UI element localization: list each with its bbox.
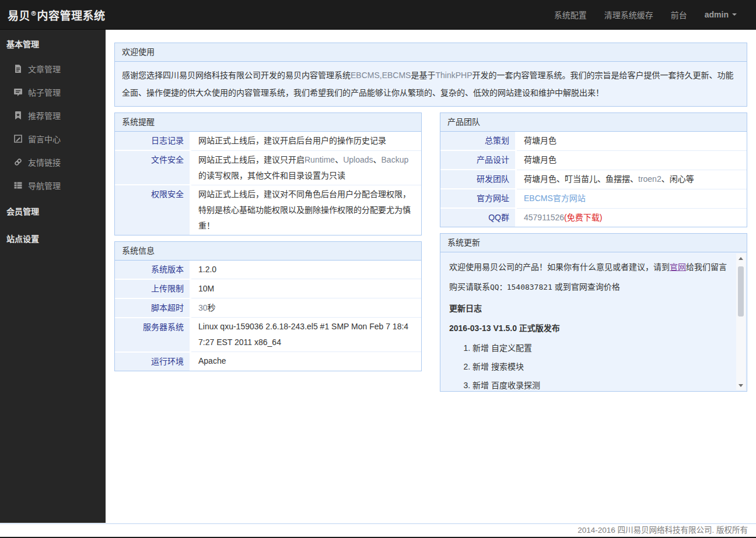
- row-text: 、: [373, 155, 382, 164]
- system-reminder-title: 系统提醒: [115, 113, 421, 132]
- arrow-up-icon: [738, 257, 743, 260]
- row-label: 运行环境: [115, 352, 191, 371]
- caret-down-icon: [732, 13, 737, 16]
- product-design-value: 荷塘月色: [516, 150, 747, 170]
- table-row: 产品设计 荷塘月色: [440, 150, 747, 170]
- table-row: 文件安全 网站正式上线后，建议只开启Runtime、Uploads、Backup…: [115, 150, 421, 185]
- server-os-value: Linux qxu-159036 2.6.18-243.el5 #1 SMP M…: [191, 318, 422, 352]
- sidebar-item-label: 帖子管理: [28, 86, 61, 98]
- free-download-text: (免费下载): [564, 213, 602, 222]
- scroll-up-button[interactable]: [736, 254, 746, 263]
- registered-mark: ®: [30, 9, 37, 17]
- sidebar-item-label: 留言中心: [28, 133, 61, 145]
- row-label: QQ群: [440, 208, 516, 227]
- system-info-title: 系统信息: [115, 242, 421, 261]
- row-text: 、: [335, 155, 343, 164]
- sidebar-item-label: 文章管理: [28, 63, 61, 75]
- table-row: 系统版本 1.2.0: [115, 261, 421, 279]
- table-row: 官方网址 EBCMS官方网站: [440, 189, 747, 208]
- version-release-heading: 2016-03-13 V1.5.0 正式版发布: [449, 322, 727, 335]
- row-label: 研发团队: [440, 170, 516, 189]
- pencil-square-icon: [13, 134, 23, 143]
- product-team-title: 产品团队: [440, 113, 747, 132]
- update-text: 购买请联系: [449, 282, 490, 291]
- nav-clear-cache[interactable]: 清理系统缓存: [596, 0, 662, 29]
- update-scroll-area[interactable]: 欢迎使用易贝公司的产品！如果你有什么意见或者建议，请到官网给我们留言 购买请联系…: [440, 252, 747, 391]
- sidebar-item-recommend[interactable]: 推荐管理: [0, 104, 106, 127]
- purchase-qq-number: QQ：1540837821: [490, 283, 552, 291]
- table-row: 服务器系统 Linux qxu-159036 2.6.18-243.el5 #1…: [115, 318, 421, 352]
- list-item: 新增 搜索模块: [473, 359, 727, 374]
- script-timeout-value: 30秒: [191, 298, 422, 318]
- brand-text-1: 易贝: [8, 9, 30, 22]
- system-reminder-panel: 系统提醒 日志记录 网站正式上线后，建议开启后台用户的操作历史记录 文件安全 网…: [114, 112, 422, 235]
- brand-text-2: 内容管理系统: [37, 9, 106, 22]
- two-column-layout: 系统提醒 日志记录 网站正式上线后，建议开启后台用户的操作历史记录 文件安全 网…: [114, 112, 747, 398]
- table-row: 总策划 荷塘月色: [440, 132, 747, 150]
- welcome-text-part: 是基于: [411, 71, 435, 80]
- update-log-heading: 更新日志: [449, 302, 727, 315]
- backup-text: Backup: [382, 155, 409, 164]
- dev-team-value: 荷塘月色、叮当苗儿、鱼摆摆、troen2、闲心等: [516, 170, 747, 189]
- navbar-menu: 系统配置 清理系统缓存 前台 admin: [545, 0, 756, 29]
- sidebar-item-posts[interactable]: 帖子管理: [0, 80, 106, 104]
- scrollbar[interactable]: [736, 254, 746, 390]
- sidebar-item-navigation[interactable]: 导航管理: [0, 174, 106, 197]
- welcome-text-part: 感谢您选择四川易贝网络科技有限公司开发的易贝内容管理系统: [122, 71, 351, 80]
- system-version-value: 1.2.0: [191, 261, 422, 279]
- row-label: 日志记录: [115, 132, 191, 150]
- sidebar-item-label: 友情链接: [28, 156, 61, 168]
- table-row: 日志记录 网站正式上线后，建议开启后台用户的操作历史记录: [115, 132, 421, 150]
- scrollbar-thumb[interactable]: [738, 266, 744, 317]
- footer: 2014-2016 四川易贝网络科技有限公司. 版权所有: [0, 523, 756, 538]
- user-dropdown[interactable]: admin: [696, 0, 746, 29]
- system-info-table: 系统版本 1.2.0 上传限制 10M 脚本超时 30秒 服务器系统: [115, 261, 421, 371]
- nav-frontend[interactable]: 前台: [662, 0, 696, 29]
- update-welcome-line: 欢迎使用易贝公司的产品！如果你有什么意见或者建议，请到官网给我们留言: [449, 259, 727, 275]
- qq-group-number: 457911526: [524, 213, 564, 222]
- table-row: 权限安全 网站正式上线后，建议对不同角色后台用户分配合理权限，特别是核心基础功能…: [115, 185, 421, 235]
- product-team-panel: 产品团队 总策划 荷塘月色 产品设计 荷塘月色 研发团队 荷塘月色、叮当苗儿、鱼: [440, 112, 747, 227]
- troen2-text: troen2: [638, 174, 662, 184]
- official-site-link[interactable]: 官网: [670, 262, 686, 272]
- comment-icon: [13, 87, 23, 97]
- welcome-ebcms-text: EBCMS,EBCMS: [351, 71, 411, 80]
- list-icon: [13, 181, 23, 190]
- row-label: 脚本超时: [115, 298, 191, 318]
- welcome-thinkphp-text: ThinkPHP: [435, 71, 472, 80]
- sidebar-section-site[interactable]: 站点设置: [0, 224, 106, 252]
- list-item: 新增 百度收录探测: [473, 378, 727, 391]
- upload-limit-value: 10M: [191, 279, 422, 298]
- sidebar-item-articles[interactable]: 文章管理: [0, 57, 106, 80]
- row-label: 官方网址: [440, 189, 516, 208]
- row-label: 上传限制: [115, 279, 191, 298]
- system-update-panel: 系统更新 欢迎使用易贝公司的产品！如果你有什么意见或者建议，请到官网给我们留言 …: [440, 233, 747, 392]
- brand-logo[interactable]: 易贝®内容管理系统: [0, 7, 114, 23]
- copyright-text: 2014-2016 四川易贝网络科技有限公司. 版权所有: [578, 526, 748, 535]
- article-icon: [13, 64, 23, 73]
- row-value: 网站正式上线后，建议对不同角色后台用户分配合理权限，特别是核心基础功能权限以及删…: [191, 185, 422, 235]
- update-text: 欢迎使用易贝公司的产品！如果你有什么意见或者建议，请到: [449, 262, 670, 272]
- arrow-down-icon: [738, 384, 743, 387]
- sidebar-item-label: 导航管理: [28, 180, 61, 191]
- sidebar-section-members[interactable]: 会员管理: [0, 197, 106, 224]
- scroll-down-button[interactable]: [736, 381, 746, 390]
- update-log-content: 欢迎使用易贝公司的产品！如果你有什么意见或者建议，请到官网给我们留言 购买请联系…: [449, 252, 727, 391]
- sidebar-item-links[interactable]: 友情链接: [0, 150, 106, 174]
- table-row: 研发团队 荷塘月色、叮当苗儿、鱼摆摆、troen2、闲心等: [440, 170, 747, 189]
- table-row: 脚本超时 30秒: [115, 298, 421, 318]
- table-row: QQ群 457911526(免费下载): [440, 208, 747, 227]
- sidebar-item-messages[interactable]: 留言中心: [0, 127, 106, 150]
- ebcms-official-site-link[interactable]: EBCMS官方网站: [524, 194, 586, 203]
- sidebar-item-label: 推荐管理: [28, 110, 61, 121]
- product-team-table: 总策划 荷塘月色 产品设计 荷塘月色 研发团队 荷塘月色、叮当苗儿、鱼摆摆、tr…: [440, 132, 747, 227]
- sidebar-section-basic[interactable]: 基本管理: [0, 30, 106, 57]
- row-label: 系统版本: [115, 261, 191, 279]
- row-label: 产品设计: [440, 150, 516, 170]
- nav-system-config[interactable]: 系统配置: [545, 0, 596, 29]
- link-icon: [13, 157, 23, 167]
- right-column: 产品团队 总策划 荷塘月色 产品设计 荷塘月色 研发团队 荷塘月色、叮当苗儿、鱼: [440, 112, 747, 398]
- update-text: 或到官网查询价格: [552, 282, 620, 291]
- row-label: 总策划: [440, 132, 516, 150]
- left-column: 系统提醒 日志记录 网站正式上线后，建议开启后台用户的操作历史记录 文件安全 网…: [114, 112, 422, 377]
